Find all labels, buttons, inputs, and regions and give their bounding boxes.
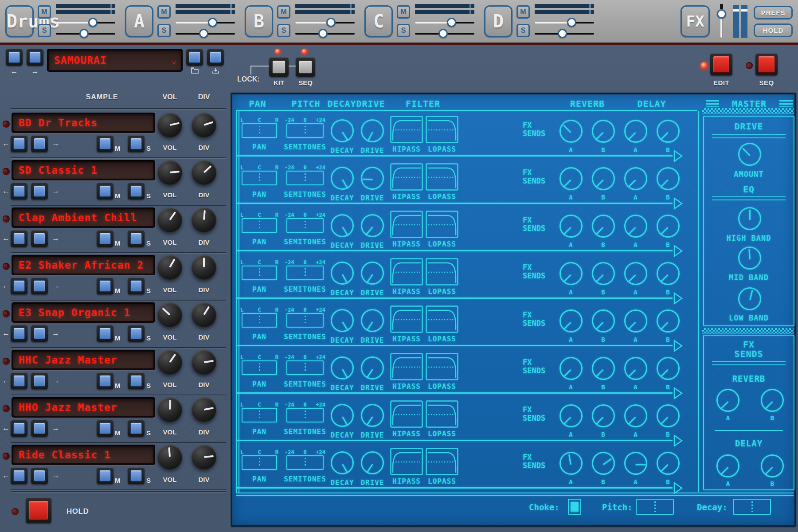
slider-handle[interactable]	[717, 9, 726, 19]
pitch-slider[interactable]	[286, 266, 324, 280]
save-kit-button[interactable]	[207, 49, 224, 66]
prev-sample-button[interactable]	[11, 325, 27, 342]
reverb-send-b-knob[interactable]	[592, 357, 615, 380]
hamburger-icon[interactable]	[706, 100, 719, 107]
solo-button[interactable]: S	[157, 24, 171, 37]
solo-sample-button[interactable]	[128, 278, 145, 294]
slider-handle[interactable]	[318, 29, 328, 38]
channel-button[interactable]: Drums	[5, 5, 34, 37]
reverb-send-a-knob[interactable]	[559, 120, 583, 143]
slider-handle[interactable]	[208, 18, 217, 27]
hold-button-top[interactable]: HOLD	[754, 23, 793, 37]
decay-knob[interactable]	[331, 262, 354, 285]
volume-knob[interactable]	[157, 160, 182, 185]
reverb-send-b-knob[interactable]	[592, 262, 615, 285]
sample-name-display[interactable]: HHO Jazz Master	[12, 397, 155, 418]
channel-volume-slider[interactable]	[535, 17, 594, 27]
pitch-slider[interactable]	[286, 360, 324, 375]
prev-sample-button[interactable]	[11, 420, 27, 437]
drive-amount-knob[interactable]	[738, 143, 761, 166]
prev-sample-button[interactable]	[11, 183, 27, 200]
next-sample-button[interactable]	[31, 420, 48, 437]
divide-knob[interactable]	[192, 207, 216, 232]
delay-send-a-knob[interactable]	[624, 167, 647, 190]
delay-send-a-knob[interactable]	[624, 452, 647, 475]
lopass-filter-graph[interactable]	[426, 258, 458, 286]
mute-sample-button[interactable]	[97, 278, 113, 294]
kit-lock-button[interactable]	[269, 57, 289, 77]
reverb-send-a-knob[interactable]	[559, 357, 583, 380]
sample-name-display[interactable]: E3 Snap Organic 1	[12, 302, 155, 323]
reverb-send-a-knob[interactable]	[559, 452, 583, 475]
delay-send-a-knob[interactable]	[624, 309, 647, 332]
channel-pan-slider[interactable]	[295, 28, 355, 39]
hipass-filter-graph[interactable]	[390, 116, 423, 143]
volume-knob[interactable]	[157, 207, 182, 232]
sample-name-display[interactable]: BD Dr Tracks	[12, 113, 155, 133]
sample-name-display[interactable]: Ride Classic 1	[12, 445, 155, 465]
fx-button[interactable]: FX	[681, 5, 710, 37]
decay-knob[interactable]	[331, 119, 354, 142]
pitch-slider[interactable]	[286, 218, 324, 233]
solo-sample-button[interactable]	[128, 467, 145, 484]
drive-knob[interactable]	[361, 309, 384, 332]
channel-pan-slider[interactable]	[56, 28, 115, 39]
master-delay-a-knob[interactable]	[716, 454, 739, 477]
seq-button[interactable]	[755, 53, 778, 75]
divide-knob[interactable]	[192, 350, 216, 375]
hipass-filter-graph[interactable]	[390, 258, 423, 286]
decay-knob[interactable]	[331, 356, 354, 379]
mute-sample-button[interactable]	[97, 135, 113, 152]
decay-knob[interactable]	[331, 404, 354, 427]
decay-knob[interactable]	[331, 214, 354, 237]
reverb-send-b-knob[interactable]	[592, 452, 615, 475]
eq-mid-band-knob[interactable]	[738, 246, 761, 270]
mute-button[interactable]: M	[277, 5, 290, 19]
drive-knob[interactable]	[361, 119, 384, 142]
prefs-button[interactable]: PREFS	[754, 6, 793, 20]
kit-preset-display[interactable]: SAMOURAI ⌄	[47, 49, 183, 72]
choke-checkbox[interactable]	[568, 499, 581, 515]
prev-sample-button[interactable]	[11, 372, 27, 389]
reverb-send-a-knob[interactable]	[559, 215, 583, 238]
slider-handle[interactable]	[558, 29, 567, 38]
solo-button[interactable]: S	[516, 24, 530, 37]
prev-sample-button[interactable]	[11, 135, 27, 152]
reverb-send-b-knob[interactable]	[592, 309, 615, 332]
pan-slider[interactable]	[242, 455, 277, 470]
volume-knob[interactable]	[157, 445, 182, 469]
delay-send-b-knob[interactable]	[657, 452, 680, 475]
channel-volume-slider[interactable]	[56, 17, 115, 27]
hipass-filter-graph[interactable]	[390, 353, 423, 380]
sample-name-display[interactable]: Clap Ambient Chill	[12, 207, 155, 228]
pan-slider[interactable]	[242, 408, 277, 422]
delay-send-b-knob[interactable]	[657, 357, 680, 380]
master-volume-slider[interactable]	[716, 4, 727, 39]
delay-send-b-knob[interactable]	[657, 404, 680, 427]
decay-knob[interactable]	[331, 167, 354, 190]
hold-button[interactable]	[26, 497, 51, 523]
pan-slider[interactable]	[242, 313, 277, 328]
mute-button[interactable]: M	[397, 5, 410, 19]
divide-knob[interactable]	[192, 255, 216, 280]
sample-name-display[interactable]: HHC Jazz Master	[12, 350, 155, 370]
hipass-filter-graph[interactable]	[390, 305, 423, 333]
volume-knob[interactable]	[157, 302, 182, 327]
delay-send-a-knob[interactable]	[624, 357, 647, 380]
reverb-send-b-knob[interactable]	[592, 120, 615, 143]
edit-button[interactable]	[710, 53, 732, 75]
volume-knob[interactable]	[157, 255, 182, 280]
prev-sample-button[interactable]	[11, 230, 27, 247]
prev-sample-button[interactable]	[11, 278, 27, 294]
channel-volume-slider[interactable]	[415, 17, 474, 27]
slider-handle[interactable]	[447, 18, 456, 27]
reverb-send-b-knob[interactable]	[592, 167, 615, 190]
decay-knob[interactable]	[331, 451, 354, 474]
delay-send-b-knob[interactable]	[657, 262, 680, 285]
pan-slider[interactable]	[242, 360, 277, 375]
load-kit-button[interactable]	[186, 49, 203, 66]
solo-sample-button[interactable]	[128, 325, 145, 342]
hipass-filter-graph[interactable]	[390, 448, 423, 475]
reverb-send-a-knob[interactable]	[559, 309, 583, 332]
slider-handle[interactable]	[88, 18, 98, 27]
